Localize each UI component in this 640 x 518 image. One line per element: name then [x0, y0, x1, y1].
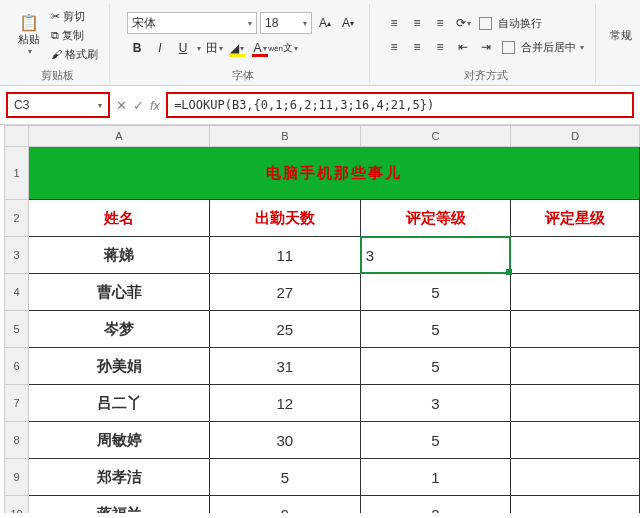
name-box[interactable]: C3 ▾ — [6, 92, 110, 118]
decrease-font-button[interactable]: A▾ — [338, 13, 358, 33]
data-cell[interactable] — [511, 459, 640, 496]
data-cell[interactable]: 11 — [209, 237, 360, 274]
align-right-button[interactable]: ≡ — [430, 37, 450, 57]
bold-button[interactable]: B — [127, 38, 147, 58]
paste-label: 粘贴 — [18, 32, 40, 47]
data-cell[interactable]: 30 — [209, 422, 360, 459]
data-cell[interactable]: 5 — [360, 348, 511, 385]
data-cell[interactable]: 5 — [360, 422, 511, 459]
data-cell[interactable] — [511, 348, 640, 385]
font-color-button[interactable]: A▾ — [250, 38, 270, 58]
data-cell[interactable]: 孙美娟 — [29, 348, 210, 385]
copy-label: 复制 — [62, 28, 84, 43]
wrap-text-button[interactable]: 自动换行 — [476, 15, 545, 32]
indent-decrease-button[interactable]: ⇤ — [453, 37, 473, 57]
copy-button[interactable]: ⧉复制 — [48, 27, 101, 44]
paste-button[interactable]: 📋 粘贴 ▾ — [14, 13, 44, 58]
header-cell[interactable]: 出勤天数 — [209, 200, 360, 237]
ribbon: 📋 粘贴 ▾ ✂剪切 ⧉复制 🖌格式刷 剪贴板 宋体▾ 18▾ A▴ A▾ B … — [0, 0, 640, 86]
header-cell[interactable]: 评定星级 — [511, 200, 640, 237]
font-size-select[interactable]: 18▾ — [260, 12, 312, 34]
wrap-label: 自动换行 — [498, 16, 542, 31]
font-name-value: 宋体 — [132, 15, 156, 32]
chevron-down-icon: ▾ — [28, 47, 32, 56]
data-cell[interactable] — [511, 274, 640, 311]
selected-cell[interactable]: 3 — [361, 237, 511, 273]
cancel-icon[interactable]: ✕ — [116, 98, 127, 113]
fill-color-button[interactable]: ◢▾ — [227, 38, 247, 58]
title-cell[interactable]: 电脑手机那些事儿 — [29, 147, 640, 200]
align-bottom-button[interactable]: ≡ — [430, 13, 450, 33]
row-header[interactable]: 1 — [5, 147, 29, 200]
data-cell[interactable]: 3 — [360, 385, 511, 422]
border-button[interactable]: 田▾ — [204, 38, 224, 58]
data-cell[interactable]: 蒋福兰 — [29, 496, 210, 514]
confirm-icon[interactable]: ✓ — [133, 98, 144, 113]
col-header[interactable]: D — [511, 126, 640, 147]
col-header[interactable]: A — [29, 126, 210, 147]
align-middle-button[interactable]: ≡ — [407, 13, 427, 33]
font-name-select[interactable]: 宋体▾ — [127, 12, 257, 34]
data-cell[interactable] — [511, 422, 640, 459]
row-header[interactable]: 6 — [5, 348, 29, 385]
group-align-label: 对齐方式 — [464, 68, 508, 83]
data-cell[interactable]: 吕二丫 — [29, 385, 210, 422]
data-cell[interactable]: 5 — [209, 459, 360, 496]
row-header[interactable]: 4 — [5, 274, 29, 311]
col-header[interactable]: B — [209, 126, 360, 147]
col-header[interactable]: C — [360, 126, 511, 147]
row-header[interactable]: 5 — [5, 311, 29, 348]
data-cell[interactable]: 5 — [360, 274, 511, 311]
format-painter-button[interactable]: 🖌格式刷 — [48, 46, 101, 63]
align-center-button[interactable]: ≡ — [407, 37, 427, 57]
data-cell[interactable]: 2 — [360, 496, 511, 514]
increase-font-button[interactable]: A▴ — [315, 13, 335, 33]
data-cell[interactable]: 27 — [209, 274, 360, 311]
align-top-button[interactable]: ≡ — [384, 13, 404, 33]
spreadsheet-grid[interactable]: A B C D 1 电脑手机那些事儿 2 姓名 出勤天数 评定等级 评定星级 3… — [0, 125, 640, 513]
row-header[interactable]: 7 — [5, 385, 29, 422]
row-header[interactable]: 8 — [5, 422, 29, 459]
indent-increase-button[interactable]: ⇥ — [476, 37, 496, 57]
data-cell[interactable]: 郑孝洁 — [29, 459, 210, 496]
data-cell[interactable]: 周敏婷 — [29, 422, 210, 459]
orientation-button[interactable]: ⟳▾ — [453, 13, 473, 33]
checkbox-icon — [502, 41, 515, 54]
cut-button[interactable]: ✂剪切 — [48, 8, 101, 25]
data-cell[interactable]: 9 — [209, 496, 360, 514]
data-cell[interactable]: 蒋娣 — [29, 237, 210, 274]
brush-icon: 🖌 — [51, 48, 62, 60]
formula-input[interactable]: =LOOKUP(B3,{0,1;6,2;11,3;16,4;21,5}) — [166, 92, 634, 118]
formula-bar: C3 ▾ ✕ ✓ fx =LOOKUP(B3,{0,1;6,2;11,3;16,… — [0, 86, 640, 125]
row-header[interactable]: 2 — [5, 200, 29, 237]
fx-icon[interactable]: fx — [150, 98, 160, 113]
italic-button[interactable]: I — [150, 38, 170, 58]
data-cell[interactable]: 岑梦 — [29, 311, 210, 348]
data-cell[interactable]: 5 — [360, 311, 511, 348]
select-all-corner[interactable] — [5, 126, 29, 147]
data-cell[interactable] — [511, 496, 640, 514]
data-cell[interactable] — [511, 311, 640, 348]
table-row: 5 岑梦 25 5 — [5, 311, 640, 348]
align-left-button[interactable]: ≡ — [384, 37, 404, 57]
row-header[interactable]: 9 — [5, 459, 29, 496]
header-cell[interactable]: 姓名 — [29, 200, 210, 237]
data-cell[interactable] — [511, 237, 640, 274]
data-cell[interactable]: 曹心菲 — [29, 274, 210, 311]
checkbox-icon — [479, 17, 492, 30]
row-header[interactable]: 10 — [5, 496, 29, 514]
data-cell[interactable]: 12 — [209, 385, 360, 422]
scissors-icon: ✂ — [51, 10, 60, 23]
underline-button[interactable]: U — [173, 38, 193, 58]
data-cell[interactable]: 31 — [209, 348, 360, 385]
header-cell[interactable]: 评定等级 — [360, 200, 511, 237]
data-cell[interactable]: 1 — [360, 459, 511, 496]
data-cell[interactable] — [511, 385, 640, 422]
formula-text: =LOOKUP(B3,{0,1;6,2;11,3;16,4;21,5}) — [174, 98, 434, 112]
data-cell[interactable]: 25 — [209, 311, 360, 348]
group-clipboard-label: 剪贴板 — [41, 68, 74, 83]
merge-center-button[interactable]: 合并后居中▾ — [499, 39, 587, 56]
number-format-label[interactable]: 常规 — [610, 28, 632, 43]
row-header[interactable]: 3 — [5, 237, 29, 274]
phonetic-button[interactable]: wén文▾ — [273, 38, 293, 58]
